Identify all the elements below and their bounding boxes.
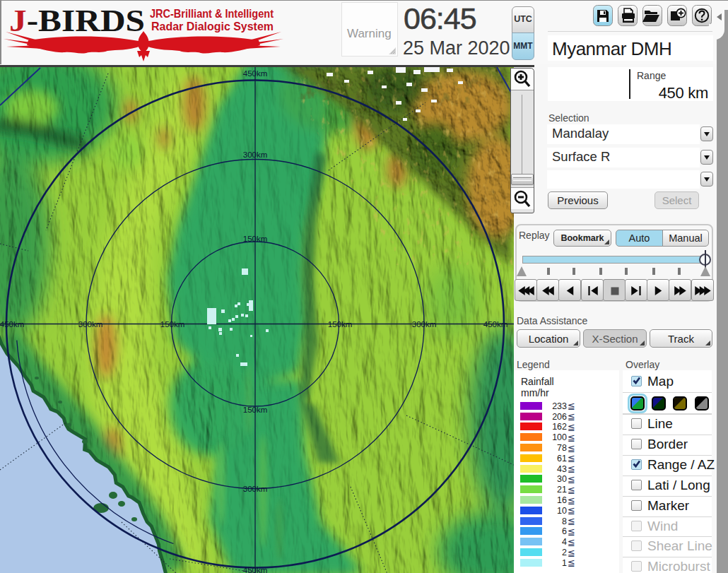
svg-text:450km: 450km [243, 69, 268, 78]
svg-text:150km: 150km [328, 320, 353, 329]
svg-text:450km: 450km [243, 566, 268, 573]
svg-text:Radar Dialogic System: Radar Dialogic System [151, 20, 274, 33]
svg-text:150km: 150km [243, 406, 268, 414]
svg-text:300km: 300km [243, 485, 268, 493]
svg-text:450km: 450km [483, 320, 508, 329]
svg-text:300km: 300km [243, 150, 268, 159]
svg-text:450km: 450km [0, 320, 24, 329]
svg-text:300km: 300km [412, 320, 437, 329]
svg-text:J-BIRDS: J-BIRDS [9, 3, 145, 38]
svg-text:300km: 300km [78, 320, 103, 329]
svg-text:150km: 150km [160, 320, 185, 329]
svg-text:150km: 150km [243, 235, 268, 243]
svg-text:JRC-Brilliant & Intelligent: JRC-Brilliant & Intelligent [150, 7, 274, 20]
